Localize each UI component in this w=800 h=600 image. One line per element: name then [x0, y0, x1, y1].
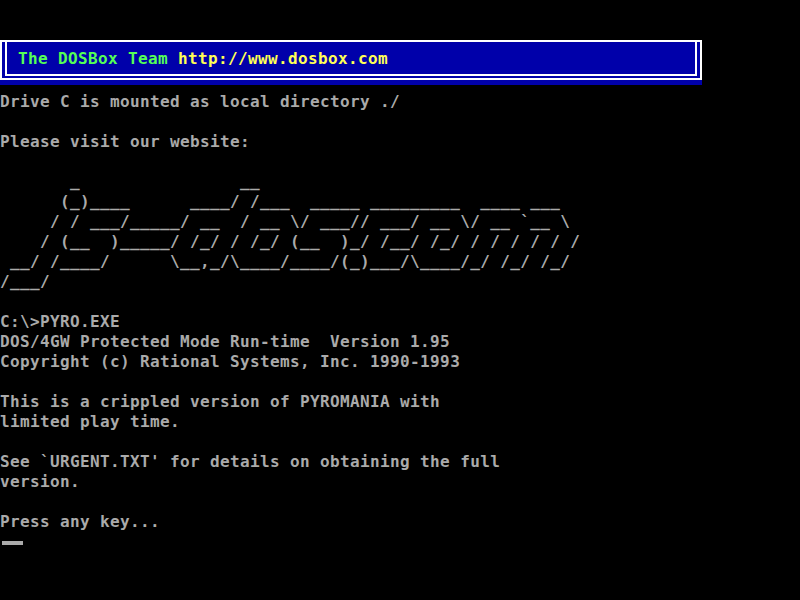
dosbox-url: http://www.dosbox.com: [178, 49, 388, 68]
limited-play-line: limited play time.: [0, 412, 180, 432]
press-any-key-line: Press any key...: [0, 512, 160, 532]
text-cursor-underscore: [2, 541, 23, 545]
dosbox-banner: The DOSBox Team http://www.dosbox.com: [0, 40, 702, 85]
website-line: Please visit our website:: [0, 132, 250, 152]
ascii-logo-line: _ __: [0, 172, 580, 192]
urgent-txt-line: See `URGENT.TXT' for details on obtainin…: [0, 452, 500, 472]
dosbox-team-label: The DOSBox Team: [18, 49, 178, 68]
urgent-txt-line-2: version.: [0, 472, 80, 492]
dos4gw-runtime-line: DOS/4GW Protected Mode Run-time Version …: [0, 332, 450, 352]
ascii-logo-line: __/ /____/ \__,_/\____/____/(_)___/\____…: [0, 252, 580, 272]
jsdos-ascii-logo: _ __ (_)____ ____/ /___ _____ _________ …: [0, 172, 580, 292]
ascii-logo-line: / (__ )_____/ /_/ / /_/ (__ )_/ /__/ /_/…: [0, 232, 580, 252]
banner-text: The DOSBox Team http://www.dosbox.com: [18, 51, 388, 67]
ascii-logo-line: (_)____ ____/ /___ _____ _________ ____ …: [0, 192, 580, 212]
copyright-line: Copyright (c) Rational Systems, Inc. 199…: [0, 352, 460, 372]
ascii-logo-line: / / ___/_____/ __ / __ \/ ___// ___/ __ …: [0, 212, 580, 232]
crippled-version-line: This is a crippled version of PYROMANIA …: [0, 392, 440, 412]
command-prompt-line: C:\>PYRO.EXE: [0, 312, 120, 332]
dos-terminal-screen[interactable]: The DOSBox Team http://www.dosbox.com Dr…: [0, 0, 800, 600]
ascii-logo-line: /___/: [0, 272, 580, 292]
drive-mount-line: Drive C is mounted as local directory ./: [0, 92, 400, 112]
